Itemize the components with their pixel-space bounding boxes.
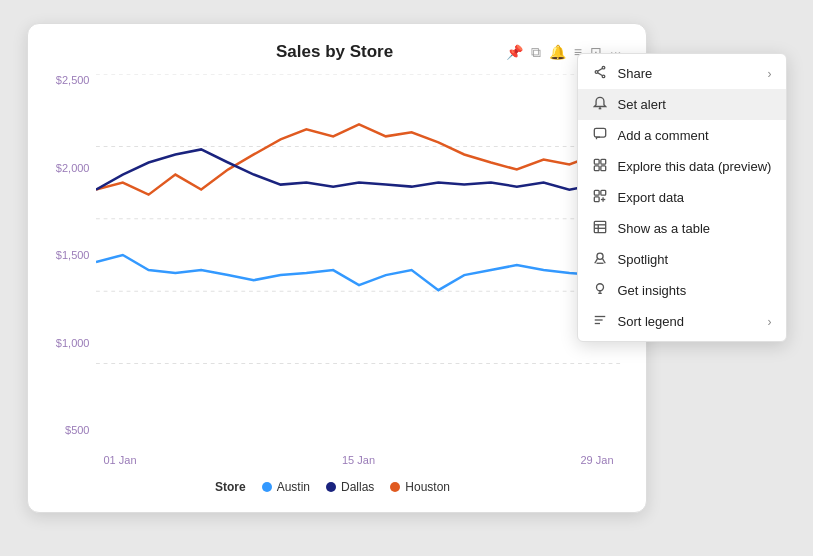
y-axis: $2,500 $2,000 $1,500 $1,000 $500 (44, 74, 96, 436)
svg-rect-22 (594, 221, 605, 232)
get-insights-icon (592, 282, 608, 299)
menu-item-add-comment[interactable]: Add a comment (578, 120, 786, 151)
menu-item-share[interactable]: Share › (578, 58, 786, 89)
svg-point-5 (602, 66, 605, 69)
menu-item-set-alert[interactable]: Set alert (578, 89, 786, 120)
x-axis: 01 Jan 15 Jan 29 Jan (96, 454, 622, 466)
svg-line-8 (597, 69, 601, 72)
menu-label-sort-legend: Sort legend (618, 314, 685, 329)
outer-container: Sales by Store 📌 ⧉ 🔔 ≡ ⊡ ··· $2,500 $2,0… (27, 23, 787, 533)
svg-line-9 (597, 73, 601, 76)
menu-label-set-alert: Set alert (618, 97, 666, 112)
chart-area (96, 74, 622, 436)
menu-item-share-left: Share (592, 65, 653, 82)
svg-rect-19 (594, 197, 599, 202)
menu-item-export-data[interactable]: Export data (578, 182, 786, 213)
legend-store-label: Store (215, 480, 246, 494)
svg-rect-12 (594, 128, 605, 137)
menu-label-get-insights: Get insights (618, 283, 687, 298)
svg-point-28 (596, 284, 603, 291)
sort-legend-icon (592, 313, 608, 330)
y-label-500: $500 (65, 424, 89, 436)
menu-item-explore-data[interactable]: Explore this data (preview) (578, 151, 786, 182)
menu-item-explore-left: Explore this data (preview) (592, 158, 772, 175)
menu-item-spotlight-left: Spotlight (592, 251, 669, 268)
menu-item-insights-left: Get insights (592, 282, 687, 299)
svg-point-26 (596, 253, 602, 259)
alert-icon[interactable]: 🔔 (549, 44, 566, 60)
svg-rect-17 (594, 190, 599, 195)
svg-point-7 (602, 75, 605, 78)
austin-label: Austin (277, 480, 310, 494)
houston-dot (390, 482, 400, 492)
add-comment-icon (592, 127, 608, 144)
show-table-icon (592, 220, 608, 237)
menu-item-export-left: Export data (592, 189, 685, 206)
share-arrow: › (768, 67, 772, 81)
chart-svg (96, 74, 622, 436)
menu-item-sort-legend[interactable]: Sort legend › (578, 306, 786, 337)
svg-rect-16 (600, 166, 605, 171)
svg-rect-18 (600, 190, 605, 195)
y-label-1000: $1,000 (56, 337, 90, 349)
x-label-29jan: 29 Jan (580, 454, 613, 466)
houston-line (96, 124, 622, 194)
menu-label-spotlight: Spotlight (618, 252, 669, 267)
menu-item-show-table[interactable]: Show as a table (578, 213, 786, 244)
copy-icon[interactable]: ⧉ (531, 44, 541, 61)
houston-label: Houston (405, 480, 450, 494)
share-icon (592, 65, 608, 82)
dallas-line (96, 149, 622, 189)
x-label-01jan: 01 Jan (104, 454, 137, 466)
y-label-2000: $2,000 (56, 162, 90, 174)
legend-houston: Houston (390, 480, 450, 494)
pin-icon[interactable]: 📌 (506, 44, 523, 60)
legend-austin: Austin (262, 480, 310, 494)
menu-item-table-left: Show as a table (592, 220, 711, 237)
sort-legend-arrow: › (768, 315, 772, 329)
chart-body: $2,500 $2,000 $1,500 $1,000 $500 (44, 74, 622, 476)
y-label-1500: $1,500 (56, 249, 90, 261)
menu-label-show-table: Show as a table (618, 221, 711, 236)
menu-label-share: Share (618, 66, 653, 81)
svg-rect-13 (594, 159, 599, 164)
explore-data-icon (592, 158, 608, 175)
spotlight-icon (592, 251, 608, 268)
chart-card: Sales by Store 📌 ⧉ 🔔 ≡ ⊡ ··· $2,500 $2,0… (27, 23, 647, 513)
menu-label-add-comment: Add a comment (618, 128, 709, 143)
austin-dot (262, 482, 272, 492)
austin-line (96, 255, 622, 290)
y-label-2500: $2,500 (56, 74, 90, 86)
svg-point-6 (595, 71, 598, 74)
x-label-15jan: 15 Jan (342, 454, 375, 466)
chart-legend: Store Austin Dallas Houston (44, 480, 622, 494)
menu-item-sort-left: Sort legend (592, 313, 685, 330)
menu-item-get-insights[interactable]: Get insights (578, 275, 786, 306)
menu-item-spotlight[interactable]: Spotlight (578, 244, 786, 275)
menu-item-alert-left: Set alert (592, 96, 666, 113)
legend-dallas: Dallas (326, 480, 374, 494)
export-data-icon (592, 189, 608, 206)
menu-item-comment-left: Add a comment (592, 127, 709, 144)
set-alert-icon (592, 96, 608, 113)
context-menu: Share › Set alert (577, 53, 787, 342)
menu-label-export-data: Export data (618, 190, 685, 205)
chart-header: Sales by Store 📌 ⧉ 🔔 ≡ ⊡ ··· (44, 42, 622, 62)
dallas-label: Dallas (341, 480, 374, 494)
dallas-dot (326, 482, 336, 492)
chart-title: Sales by Store (164, 42, 506, 62)
svg-rect-14 (600, 159, 605, 164)
menu-label-explore-data: Explore this data (preview) (618, 159, 772, 174)
svg-rect-15 (594, 166, 599, 171)
